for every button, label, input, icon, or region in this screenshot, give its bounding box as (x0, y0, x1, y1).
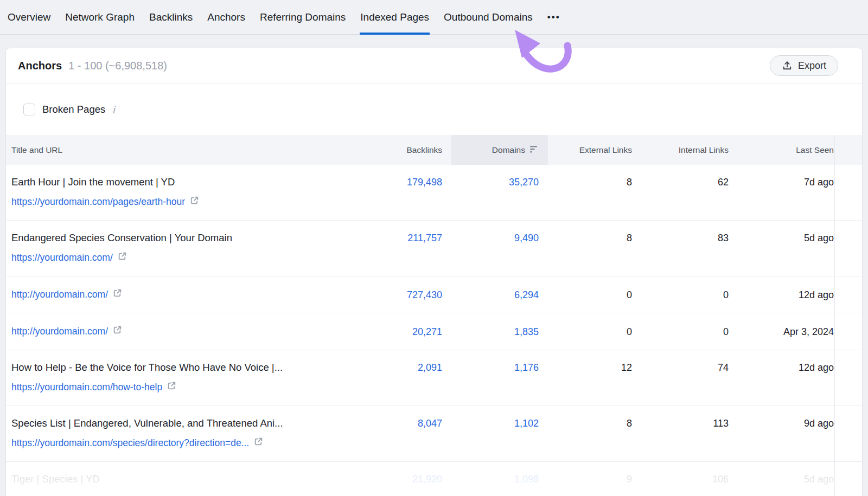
page-url-link[interactable]: https://yourdomain.com/how-to-help (11, 381, 359, 394)
card-header: Anchors 1 - 100 (~6,908,518) Export (6, 48, 862, 83)
tab-referring-domains[interactable]: Referring Domains (260, 0, 346, 35)
page-title: Earth Hour | Join the movement | YD (11, 176, 359, 189)
export-label: Export (798, 60, 826, 72)
external-links-value: 8 (548, 406, 641, 430)
sort-descending-icon (530, 145, 539, 155)
last-seen-value: Apr 3, 2024 (738, 325, 843, 338)
external-link-icon (167, 381, 176, 394)
domains-value[interactable]: 9,490 (451, 221, 548, 244)
external-links-value: 0 (548, 288, 641, 301)
card-title: Anchors (18, 60, 62, 72)
external-link-icon (113, 325, 122, 338)
column-title-and-url[interactable]: Title and URL (6, 135, 365, 165)
internal-links-value: 0 (641, 288, 738, 301)
page-url-link[interactable]: https://yourdomain.com/pages/earth-hour (11, 195, 359, 208)
page-url-link[interactable]: http://yourdomain.com/ (11, 325, 359, 338)
table-row: http://yourdomain.com/ 727,430 6,294 0 0… (6, 276, 862, 313)
column-external-links[interactable]: External Links (548, 135, 641, 165)
table-row: Species List | Endangered, Vulnerable, a… (6, 406, 862, 462)
external-link-icon (254, 436, 263, 449)
domains-value[interactable]: 1,102 (451, 406, 548, 430)
tab-anchors[interactable]: Anchors (207, 0, 245, 35)
anchors-report-card: Anchors 1 - 100 (~6,908,518) Export Brok… (5, 48, 863, 496)
last-seen-value: 12d ago (738, 350, 843, 374)
last-seen-value: 5d ago (738, 221, 843, 244)
domains-value[interactable]: 1,835 (451, 325, 548, 338)
table-row: http://yourdomain.com/ 20,271 1,835 0 0 … (6, 313, 862, 350)
report-tabs-bar: Overview Network Graph Backlinks Anchors… (0, 0, 868, 35)
internal-links-value: 0 (641, 325, 738, 338)
domains-value[interactable]: 1,176 (451, 350, 548, 374)
tab-overview[interactable]: Overview (8, 0, 50, 35)
last-seen-value: 12d ago (738, 288, 843, 301)
page-title: Endangered Species Conservation | Your D… (11, 231, 359, 244)
scrollbar-track[interactable] (834, 135, 835, 496)
backlinks-value[interactable]: 2,091 (365, 350, 451, 374)
external-links-value: 12 (548, 350, 641, 374)
column-backlinks[interactable]: Backlinks (365, 135, 451, 165)
external-link-icon (118, 251, 127, 264)
page-title: How to Help - Be the Voice for Those Who… (11, 361, 359, 374)
broken-pages-label: Broken Pages (42, 104, 105, 115)
page-title: Tiger | Species | YD (11, 473, 359, 486)
external-links-value: 8 (548, 165, 641, 189)
tab-backlinks[interactable]: Backlinks (149, 0, 193, 35)
domains-value[interactable]: 6,294 (451, 288, 548, 301)
page-url-link[interactable]: https://yourdomain.com/ (11, 251, 359, 264)
internal-links-value: 83 (641, 221, 738, 244)
backlinks-value[interactable]: 21,920 (365, 462, 451, 486)
export-button[interactable]: Export (770, 55, 838, 76)
tab-outbound-domains[interactable]: Outbound Domains (444, 0, 533, 35)
external-link-icon (190, 195, 199, 208)
broken-pages-checkbox[interactable] (23, 104, 35, 115)
external-link-icon (113, 288, 122, 301)
tab-indexed-pages[interactable]: Indexed Pages (360, 0, 429, 35)
page-url-link[interactable]: http://yourdomain.com/ (11, 288, 359, 301)
domains-value[interactable]: 35,270 (451, 165, 548, 189)
backlinks-value[interactable]: 727,430 (365, 288, 451, 301)
backlinks-value[interactable]: 8,047 (365, 406, 451, 430)
external-links-value: 9 (548, 462, 641, 486)
table-header: Title and URL Backlinks Domains External… (6, 135, 862, 165)
last-seen-value: 5d ago (738, 462, 843, 486)
backlinks-value[interactable]: 179,498 (365, 165, 451, 189)
table-row: Endangered Species Conservation | Your D… (6, 221, 862, 276)
external-links-value: 0 (548, 325, 641, 338)
tab-network-graph[interactable]: Network Graph (65, 0, 135, 35)
table-row: Earth Hour | Join the movement | YD http… (6, 165, 862, 221)
backlinks-value[interactable]: 20,271 (365, 325, 451, 338)
more-tabs-button[interactable]: ••• (547, 12, 560, 23)
column-last-seen[interactable]: Last Seen (738, 135, 843, 165)
column-domains[interactable]: Domains (451, 135, 548, 165)
internal-links-value: 74 (641, 350, 738, 374)
internal-links-value: 62 (641, 165, 738, 189)
internal-links-value: 113 (641, 406, 738, 430)
column-internal-links[interactable]: Internal Links (641, 135, 738, 165)
result-range: 1 - 100 (~6,908,518) (68, 60, 167, 72)
table-row: How to Help - Be the Voice for Those Who… (6, 350, 862, 406)
last-seen-value: 7d ago (738, 165, 843, 189)
export-icon (782, 60, 793, 71)
external-links-value: 8 (548, 221, 641, 244)
internal-links-value: 106 (641, 462, 738, 486)
page-url-link[interactable]: https://yourdomain.com/species/directory… (11, 436, 359, 449)
info-icon[interactable]: i (112, 104, 115, 115)
page-title: Species List | Endangered, Vulnerable, a… (11, 417, 359, 430)
last-seen-value: 9d ago (738, 406, 843, 430)
filters-row: Broken Pages i (6, 83, 862, 135)
backlinks-value[interactable]: 211,757 (365, 221, 451, 244)
table-row: Tiger | Species | YD 21,920 1,098 9 106 … (6, 462, 862, 492)
domains-value[interactable]: 1,098 (451, 462, 548, 486)
